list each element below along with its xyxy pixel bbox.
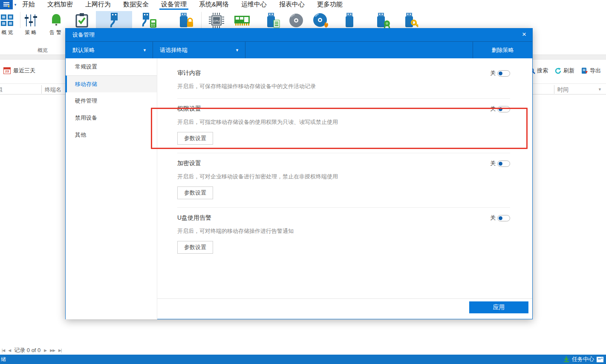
policy-sliders-icon[interactable] — [22, 12, 39, 29]
close-icon[interactable]: × — [522, 30, 526, 39]
notification-window-icon[interactable] — [597, 357, 603, 362]
table-actions: 搜索 刷新 导出 — [529, 67, 601, 75]
alert-bell-icon[interactable] — [48, 12, 65, 29]
usb-key-icon[interactable] — [402, 12, 419, 29]
disc-burn-icon[interactable] — [312, 12, 329, 29]
hamburger-icon — [3, 2, 10, 8]
permission-param-settings-button[interactable]: 参数设置 — [177, 132, 213, 145]
apply-button[interactable]: 应用 — [469, 301, 528, 313]
svg-text:CPU: CPU — [214, 20, 220, 23]
tool-label-overview: 概 览 — [0, 29, 17, 36]
usb-alert-param-settings-button[interactable]: 参数设置 — [177, 241, 213, 254]
sidebar-item-general-settings[interactable]: 常规设置 — [66, 58, 157, 75]
calendar-icon: 23 — [3, 67, 11, 74]
sidebar-item-disabled-devices[interactable]: 禁用设备 — [66, 109, 157, 126]
export-icon — [581, 67, 588, 74]
dialog-title: 设备管理 — [72, 31, 95, 39]
toggle-switch[interactable] — [497, 106, 510, 112]
footer-divider — [157, 298, 532, 299]
usb-plain-icon[interactable] — [341, 12, 358, 29]
toggle-state-label: 关 — [490, 69, 496, 77]
delete-policy-button[interactable]: 删除策略 — [473, 42, 532, 58]
usb-alert-toggle[interactable]: 关 — [490, 214, 510, 222]
pagination-bar: |◀ ◀ 记录 0 of 0 ▶ ▶▶ ▶| — [2, 347, 61, 354]
tab-device-management[interactable]: 设备管理 — [159, 0, 188, 10]
policy-dropdown[interactable]: 默认策略 ▼ — [66, 42, 153, 58]
sidebar-item-removable-storage[interactable]: 移动存储 — [66, 75, 157, 92]
app-menu-button[interactable] — [0, 0, 13, 9]
refresh-button[interactable]: 刷新 — [555, 67, 574, 75]
next-page-button[interactable]: ▶ — [44, 348, 46, 353]
section-description: 开启后，可保存终端操作移动存储设备中的文件活动记录 — [177, 83, 510, 90]
sidebar-item-hardware-management[interactable]: 硬件管理 — [66, 92, 157, 109]
last-page-button[interactable]: ▶| — [58, 348, 61, 353]
column-filter-caret-icon[interactable]: ▼ — [598, 87, 602, 92]
usb-plug-device-icon[interactable] — [141, 12, 158, 29]
download-arrow-icon — [563, 356, 569, 362]
usb-lock-icon[interactable] — [177, 12, 194, 29]
column-separator — [554, 85, 554, 94]
sidebar-item-others[interactable]: 其他 — [66, 126, 157, 143]
ribbon-group-label: 概览 — [23, 47, 62, 54]
date-filter-label: 最近三天 — [13, 67, 35, 75]
column-terminal-name: 终端名 — [45, 86, 61, 94]
permission-settings-toggle[interactable]: 关 — [490, 105, 510, 113]
tab-ops-center[interactable]: 运维中心 — [240, 0, 268, 10]
tab-doc-encrypt[interactable]: 文档加密 — [46, 0, 75, 10]
section-title: U盘使用告警 — [177, 214, 211, 222]
section-description: 开启后，可对终端的移动存储操作进行告警通知 — [177, 227, 510, 235]
dialog-titlebar: 设备管理 × — [66, 29, 532, 41]
overview-grid-icon[interactable] — [0, 12, 16, 29]
toggle-state-label: 关 — [490, 214, 496, 222]
tab-data-security[interactable]: 数据安全 — [121, 0, 150, 10]
fast-forward-button[interactable]: ▶▶ — [50, 348, 55, 353]
memory-icon[interactable] — [234, 12, 251, 29]
app-menu-caret-icon: ▼ — [14, 3, 17, 7]
audit-content-toggle[interactable]: 关 — [490, 69, 510, 77]
task-center-button[interactable]: 任务中心 — [572, 355, 594, 363]
cpu-icon[interactable]: CPU — [208, 12, 225, 29]
toolbar-separator — [20, 12, 20, 28]
usb-list-icon[interactable] — [264, 12, 281, 29]
toggle-switch[interactable] — [497, 161, 510, 167]
usb-badge-icon[interactable] — [374, 12, 391, 29]
toggle-switch[interactable] — [497, 70, 510, 77]
section-title: 权限设置 — [177, 105, 201, 113]
date-filter[interactable]: 23 最近三天 — [3, 67, 35, 75]
first-page-button[interactable]: |◀ — [2, 348, 5, 353]
tool-label-alert: 告 警 — [46, 29, 65, 36]
menu-tabs: 开始 文档加密 上网行为 数据安全 设备管理 系统&网络 运维中心 报表中心 更… — [20, 0, 344, 10]
chevron-down-icon: ▼ — [235, 48, 239, 52]
toolbar-separator — [201, 12, 202, 28]
section-encryption-settings: 加密设置 关 开启后，可对企业移动设备进行加密处理，禁止在非授权终端使用 参数设… — [177, 153, 510, 208]
section-usb-alert: U盘使用告警 关 开启后，可对终端的移动存储操作进行告警通知 参数设置 — [177, 208, 510, 262]
column-separator — [41, 85, 42, 94]
tab-system-network[interactable]: 系统&网络 — [197, 0, 231, 10]
usb-plug-icon[interactable] — [106, 12, 123, 29]
toggle-switch[interactable] — [497, 215, 510, 221]
tab-report-center[interactable]: 报表中心 — [277, 0, 306, 10]
device-management-dialog: 设备管理 × 默认策略 ▼ 请选择终端 ▼ 删除策略 常规设置 移动存储 硬件管… — [65, 28, 533, 319]
audit-clipboard-icon[interactable] — [73, 12, 90, 29]
dialog-content: 审计内容 关 开启后，可保存终端操作移动存储设备中的文件活动记录 权限设置 关 — [157, 58, 532, 319]
section-audit-content: 审计内容 关 开启后，可保存终端操作移动存储设备中的文件活动记录 — [177, 69, 510, 99]
tab-start[interactable]: 开始 — [20, 0, 37, 10]
prev-page-button[interactable]: ◀ — [8, 348, 11, 353]
encryption-settings-toggle[interactable]: 关 — [490, 160, 510, 167]
dialog-body: 常规设置 移动存储 硬件管理 禁用设备 其他 审计内容 关 开启后，可保存终端操… — [66, 58, 532, 319]
disc-icon[interactable] — [288, 12, 305, 29]
section-title: 加密设置 — [177, 160, 201, 167]
section-description: 开启后，可对企业移动设备进行加密处理，禁止在非授权终端使用 — [177, 173, 510, 181]
chevron-down-icon: ▼ — [143, 48, 147, 52]
toggle-state-label: 关 — [490, 160, 496, 167]
terminal-dropdown[interactable]: 请选择终端 ▼ — [153, 42, 245, 58]
dialog-sidebar: 常规设置 移动存储 硬件管理 禁用设备 其他 — [66, 58, 157, 319]
export-button[interactable]: 导出 — [581, 67, 601, 75]
encryption-param-settings-button[interactable]: 参数设置 — [177, 186, 213, 199]
menu-bar: ▼ 开始 文档加密 上网行为 数据安全 设备管理 系统&网络 运维中心 报表中心… — [0, 0, 606, 10]
tab-more-features[interactable]: 更多功能 — [315, 0, 344, 10]
tab-web-behavior[interactable]: 上网行为 — [84, 0, 113, 10]
tool-label-policy: 策 略 — [21, 29, 40, 36]
refresh-icon — [555, 68, 562, 74]
column-group: 组 — [0, 86, 3, 94]
